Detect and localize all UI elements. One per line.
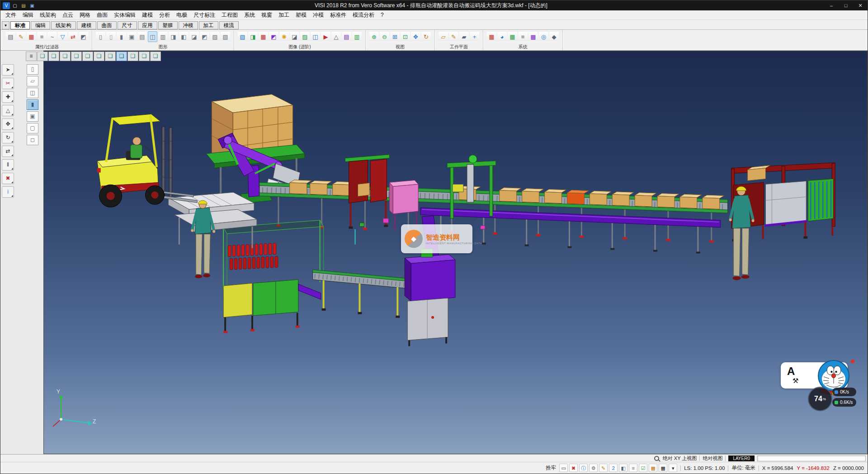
tab-overflow-button[interactable]: ▾ [2, 21, 9, 29]
offset-tool-icon[interactable]: ‖ [2, 159, 14, 171]
tab-7[interactable]: 塑膜 [158, 21, 178, 29]
menu-item-14[interactable]: 加工 [275, 10, 292, 19]
help-2-icon[interactable]: 2 [609, 464, 618, 472]
more-icon[interactable]: ▾ [669, 464, 677, 472]
system-menu-icon[interactable]: ≡ [518, 31, 528, 42]
trim-tool-icon[interactable]: ✂ [2, 78, 14, 89]
tab-10[interactable]: 模流 [219, 21, 239, 29]
save-file-icon[interactable]: ▣ [28, 2, 36, 9]
color-filter-icon[interactable]: ▦ [27, 31, 36, 42]
background-icon[interactable]: ▨ [300, 31, 310, 42]
dynamic-hide-icon[interactable]: ▥ [158, 31, 168, 42]
view-isometric-icon[interactable]: ❏ [37, 52, 48, 61]
menu-item-7[interactable]: 建模 [139, 10, 156, 19]
solid-style-2-icon[interactable]: ▱ [27, 76, 38, 86]
menu-item-16[interactable]: 冲模 [310, 10, 327, 19]
rendered-view-icon[interactable]: ▤ [137, 31, 147, 42]
edit-image-icon[interactable]: ◨ [248, 31, 258, 42]
tab-4[interactable]: 曲面 [97, 21, 117, 29]
display-settings-icon[interactable]: ◕ [497, 31, 507, 42]
layers-icon[interactable]: ≡ [629, 464, 637, 472]
linetype-filter-icon[interactable]: ~ [47, 31, 57, 42]
maximize-button[interactable]: □ [839, 0, 853, 10]
stereo-view-icon[interactable]: △ [331, 31, 341, 42]
tab-3[interactable]: 建模 [77, 21, 96, 29]
palette-icon[interactable]: ▦ [649, 464, 657, 472]
menu-item-17[interactable]: 标准件 [327, 10, 349, 19]
workplane-origin-icon[interactable]: + [470, 31, 479, 42]
menu-item-0[interactable]: 文件 [2, 10, 19, 19]
zoom-in-icon[interactable]: ⊕ [369, 31, 379, 42]
zoom-indicator-icon[interactable] [654, 456, 659, 461]
open-file-icon[interactable]: ▤ [20, 2, 27, 9]
lock-label[interactable]: 拴牢 [546, 465, 556, 471]
view-left-icon[interactable]: ❏ [82, 52, 93, 61]
zoom-out-icon[interactable]: ⊖ [380, 31, 389, 42]
rotate-view-icon[interactable]: ↻ [421, 31, 431, 42]
zoom-extents-icon[interactable]: ⊡ [401, 31, 410, 42]
ghost-view-icon[interactable]: ◧ [179, 31, 189, 42]
animation-icon[interactable]: ▶ [321, 31, 330, 42]
menu-item-11[interactable]: 工程图 [218, 10, 241, 19]
mirror-tool-icon[interactable]: ⇄ [2, 146, 14, 157]
view-top-icon[interactable]: ❏ [48, 52, 59, 61]
wireframe-view-icon[interactable]: ▯ [96, 31, 105, 42]
tab-9[interactable]: 加工 [199, 21, 218, 29]
view-mode-label[interactable]: 绝对 XY 上视图 [663, 455, 697, 462]
camera-icon[interactable]: ◫ [311, 31, 320, 42]
database-icon[interactable]: ▩ [528, 31, 538, 42]
layer-badge[interactable]: LAYER0 [728, 455, 755, 461]
menu-item-5[interactable]: 曲面 [94, 10, 111, 19]
minimize-button[interactable]: – [824, 0, 839, 10]
entity-filter-icon[interactable]: ▽ [58, 31, 67, 42]
menu-item-6[interactable]: 实体编辑 [111, 10, 139, 19]
tab-0[interactable]: 标准 [10, 21, 30, 29]
menu-item-1[interactable]: 编辑 [19, 10, 37, 19]
solid-mode-icon[interactable]: ◧ [619, 464, 627, 472]
tab-8[interactable]: 冲模 [179, 21, 198, 29]
zoom-window-icon[interactable]: ⊞ [390, 31, 400, 42]
item-properties-icon[interactable]: ▤ [6, 31, 15, 42]
case-erector-machine[interactable] [345, 155, 390, 229]
edit-mode-icon[interactable]: ✎ [599, 464, 608, 472]
menu-item-8[interactable]: 分析 [156, 10, 173, 19]
menu-item-13[interactable]: 视窗 [258, 10, 275, 19]
info-tool-icon[interactable]: i [2, 186, 14, 198]
menu-item-10[interactable]: 尺寸标注 [190, 10, 218, 19]
swap-filter-icon[interactable]: ⇄ [68, 31, 78, 42]
solid-style-1-icon[interactable]: ▯ [27, 64, 38, 75]
delete-mode-icon[interactable]: ✖ [569, 464, 578, 472]
pan-view-icon[interactable]: ✥ [411, 31, 420, 42]
checklist-icon[interactable]: ☑ [639, 464, 647, 472]
view-dynamic-icon[interactable]: ❏ [150, 52, 161, 61]
menu-item-19[interactable]: ? [377, 10, 387, 19]
capping-machine[interactable] [405, 249, 455, 346]
create-workplane-icon[interactable]: ▱ [439, 31, 448, 42]
selection-mask-icon[interactable]: ◩ [79, 31, 88, 42]
tab-1[interactable]: 编辑 [31, 21, 50, 29]
change-attributes-icon[interactable]: ✎ [16, 31, 26, 42]
menu-item-12[interactable]: 系统 [241, 10, 258, 19]
transparency-view-icon[interactable]: ◫ [148, 31, 157, 42]
print-image-icon[interactable]: ▤ [342, 31, 351, 42]
point-tool-icon[interactable]: ✚ [2, 91, 14, 103]
layer-filter-icon[interactable]: ≡ [37, 31, 47, 42]
tab-6[interactable]: 应用 [138, 21, 157, 29]
export-image-icon[interactable]: ▥ [352, 31, 362, 42]
texture-icon[interactable]: ▦ [259, 31, 268, 42]
menu-item-15[interactable]: 塑模 [292, 10, 310, 19]
viewport-3d[interactable]: ◆ 智造资料网 INTELLIGENT MANUFACTURING DATA A… [43, 51, 868, 454]
grid-icon[interactable]: ▦ [659, 464, 667, 472]
rotate-tool-icon[interactable]: ↻ [2, 132, 14, 143]
menu-item-2[interactable]: 线架构 [37, 10, 59, 19]
align-workplane-icon[interactable]: ▰ [459, 31, 469, 42]
view-iso-nw-icon[interactable]: ❏ [127, 52, 138, 61]
pick-station[interactable] [389, 180, 418, 230]
menu-item-4[interactable]: 网格 [76, 10, 94, 19]
info-mode-icon[interactable]: ⓘ [579, 464, 588, 472]
view-iso-se-icon[interactable]: ❏ [139, 52, 150, 61]
tab-2[interactable]: 线架构 [51, 21, 76, 29]
view-bottom-icon[interactable]: ❏ [105, 52, 116, 61]
draft-analysis-icon[interactable]: ◪ [189, 31, 199, 42]
view-front-icon[interactable]: ❏ [60, 52, 71, 61]
